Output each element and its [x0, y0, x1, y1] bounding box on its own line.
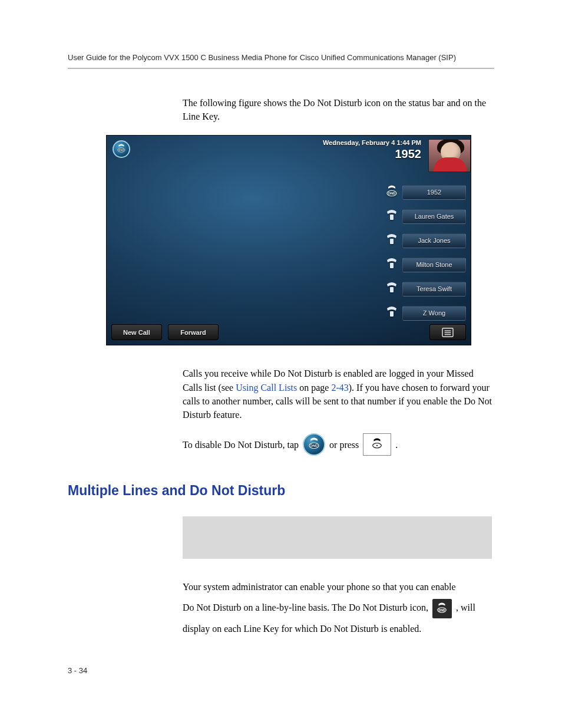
- text: To disable Do Not Disturb, tap: [183, 438, 299, 452]
- linekey-lauren[interactable]: Lauren Gates: [384, 207, 466, 226]
- phone-icon: [384, 256, 400, 273]
- linekey-label: Lauren Gates: [402, 209, 466, 224]
- dnd-icon: [384, 184, 400, 200]
- menu-icon: [441, 327, 454, 338]
- line-keys: 1952 Lauren Gates Jack Jones Milton Ston…: [384, 183, 466, 322]
- intro-paragraph: The following figure shows the Do Not Di…: [183, 96, 492, 123]
- status-right: Wednesday, February 4 1:44 PM 1952: [323, 139, 425, 161]
- status-extension: 1952: [323, 147, 421, 161]
- linekey-zwong[interactable]: Z Wong: [384, 304, 466, 322]
- text: display on each Line Key for which Do No…: [183, 624, 421, 634]
- softkey-forward[interactable]: Forward: [168, 324, 219, 340]
- phone-icon: [384, 208, 400, 225]
- linekey-milton[interactable]: Milton Stone: [384, 255, 466, 274]
- softkey-menu[interactable]: [429, 324, 466, 340]
- phone-screenshot: Wednesday, February 4 1:44 PM 1952 1952 …: [106, 135, 471, 345]
- dnd-linekey-icon: [432, 599, 452, 618]
- page-header: User Guide for the Polycom VVX 1500 C Bu…: [68, 53, 494, 69]
- text: or press: [329, 438, 359, 452]
- link-using-call-lists[interactable]: Using Call Lists: [236, 383, 297, 393]
- phone-icon: [384, 305, 400, 321]
- missed-calls-paragraph: Calls you receive while Do Not Disturb i…: [183, 367, 492, 421]
- section-title-multiple-lines: Multiple Lines and Do Not Disturb: [68, 483, 494, 499]
- dnd-press-button-icon: [363, 433, 391, 456]
- text: Do Not Disturb on a line-by-line basis. …: [183, 602, 431, 612]
- avatar: [428, 139, 471, 172]
- linekey-teresa[interactable]: Teresa Swift: [384, 279, 466, 298]
- softkey-newcall[interactable]: New Call: [111, 324, 162, 340]
- linekey-label: 1952: [402, 185, 466, 200]
- status-datetime: Wednesday, February 4 1:44 PM: [323, 139, 421, 146]
- phone-icon: [384, 281, 400, 297]
- dnd-tap-icon: [303, 433, 325, 456]
- softkey-bar: New Call Forward: [111, 324, 466, 340]
- text: on page: [297, 383, 331, 393]
- link-page-ref[interactable]: 2-43: [331, 383, 348, 393]
- text: .: [395, 438, 398, 452]
- note-placeholder: [183, 516, 492, 559]
- disable-dnd-paragraph: To disable Do Not Disturb, tap or press …: [183, 433, 492, 456]
- multiline-paragraph: Your system administrator can enable you…: [183, 577, 492, 639]
- dnd-status-icon[interactable]: [113, 140, 130, 158]
- linekey-label: Z Wong: [402, 306, 466, 321]
- status-bar: Wednesday, February 4 1:44 PM 1952: [110, 139, 471, 167]
- linekey-label: Milton Stone: [402, 258, 466, 272]
- linekey-jack[interactable]: Jack Jones: [384, 231, 466, 250]
- text: Your system administrator can enable you…: [183, 582, 456, 592]
- linekey-1952[interactable]: 1952: [384, 183, 466, 202]
- text: , will: [456, 602, 475, 612]
- phone-icon: [384, 232, 400, 249]
- linekey-label: Teresa Swift: [402, 282, 466, 297]
- page-number: 3 - 34: [68, 666, 87, 675]
- linekey-label: Jack Jones: [402, 233, 466, 248]
